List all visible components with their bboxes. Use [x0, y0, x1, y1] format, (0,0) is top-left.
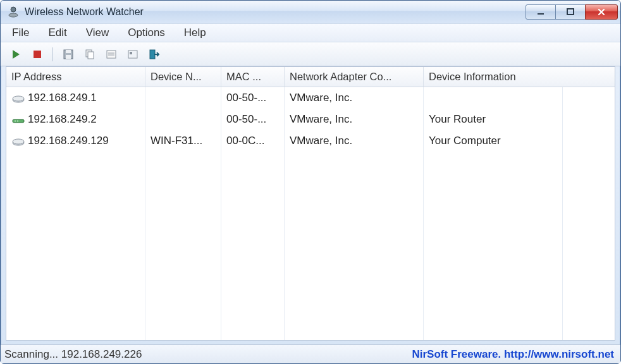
column-device-name[interactable]: Device N... [145, 67, 221, 87]
menubar: File Edit View Options Help [1, 23, 620, 42]
device-icon [11, 136, 25, 146]
cell-ip: 192.168.249.1 [28, 92, 97, 104]
svg-rect-7 [66, 55, 71, 59]
router-icon [11, 114, 25, 124]
cell-mac: 00-50-... [226, 113, 266, 126]
cell-ip: 192.168.249.129 [28, 135, 109, 147]
menu-help[interactable]: Help [181, 25, 209, 40]
exit-icon[interactable] [147, 47, 162, 62]
svg-rect-9 [88, 52, 94, 59]
svg-rect-4 [34, 51, 41, 58]
cell-mac: 00-0C... [226, 135, 264, 147]
cell-device-name: WIN-F31... [151, 135, 202, 147]
svg-rect-2 [538, 13, 544, 15]
svg-point-1 [9, 13, 18, 17]
grid-header: IP Address Device N... MAC ... Network A… [6, 67, 615, 87]
save-icon[interactable] [61, 47, 76, 62]
svg-point-19 [15, 121, 16, 122]
stop-icon[interactable] [30, 47, 45, 62]
cell-adapter: VMware, Inc. [290, 113, 352, 126]
svg-point-22 [13, 139, 24, 144]
maximize-button[interactable] [555, 4, 586, 20]
window-controls [526, 4, 618, 20]
options-icon[interactable] [125, 47, 140, 62]
svg-rect-3 [567, 9, 574, 15]
grid: IP Address Device N... MAC ... Network A… [6, 66, 615, 341]
svg-point-0 [11, 7, 16, 12]
properties-icon[interactable] [104, 47, 119, 62]
table-row[interactable]: 192.168.249.2 00-50-... VMware, Inc. You… [6, 109, 615, 130]
cell-info: Your Router [429, 113, 486, 126]
column-adapter[interactable]: Network Adapter Co... [285, 67, 424, 87]
column-info[interactable]: Device Information [424, 67, 615, 87]
cell-mac: 00-50-... [226, 92, 266, 104]
column-ip[interactable]: IP Address [6, 67, 145, 87]
status-text: Scanning... 192.168.249.226 [4, 348, 412, 361]
toolbar-separator [52, 47, 53, 61]
menu-options[interactable]: Options [125, 25, 168, 40]
app-title: Wireless Network Watcher [25, 6, 526, 18]
toolbar [1, 42, 620, 66]
svg-point-20 [17, 121, 18, 122]
titlebar: Wireless Network Watcher [1, 1, 620, 23]
svg-point-17 [13, 96, 24, 101]
app-window: Wireless Network Watcher File Edit View … [0, 0, 621, 364]
play-icon[interactable] [8, 47, 23, 62]
grid-body[interactable]: 192.168.249.1 00-50-... VMware, Inc. 192… [6, 87, 615, 340]
svg-rect-10 [107, 51, 116, 58]
device-icon [11, 93, 25, 103]
svg-rect-6 [66, 50, 71, 53]
table-row[interactable]: 192.168.249.1 00-50-... VMware, Inc. [6, 87, 615, 109]
minimize-button[interactable] [526, 4, 556, 20]
svg-rect-15 [150, 50, 155, 59]
statusbar: Scanning... 192.168.249.226 NirSoft Free… [1, 344, 620, 363]
status-link[interactable]: NirSoft Freeware. http://www.nirsoft.net [412, 348, 614, 361]
column-mac[interactable]: MAC ... [221, 67, 285, 87]
svg-rect-14 [130, 52, 132, 54]
cell-adapter: VMware, Inc. [290, 92, 352, 104]
menu-view[interactable]: View [83, 25, 112, 40]
cell-info: Your Computer [429, 135, 501, 147]
menu-file[interactable]: File [9, 25, 32, 40]
cell-adapter: VMware, Inc. [290, 135, 352, 147]
copy-icon[interactable] [82, 47, 97, 62]
app-icon [7, 6, 20, 18]
menu-edit[interactable]: Edit [46, 25, 69, 40]
close-button[interactable] [585, 4, 618, 20]
cell-ip: 192.168.249.2 [28, 113, 97, 126]
table-row[interactable]: 192.168.249.129 WIN-F31... 00-0C... VMwa… [6, 130, 615, 152]
